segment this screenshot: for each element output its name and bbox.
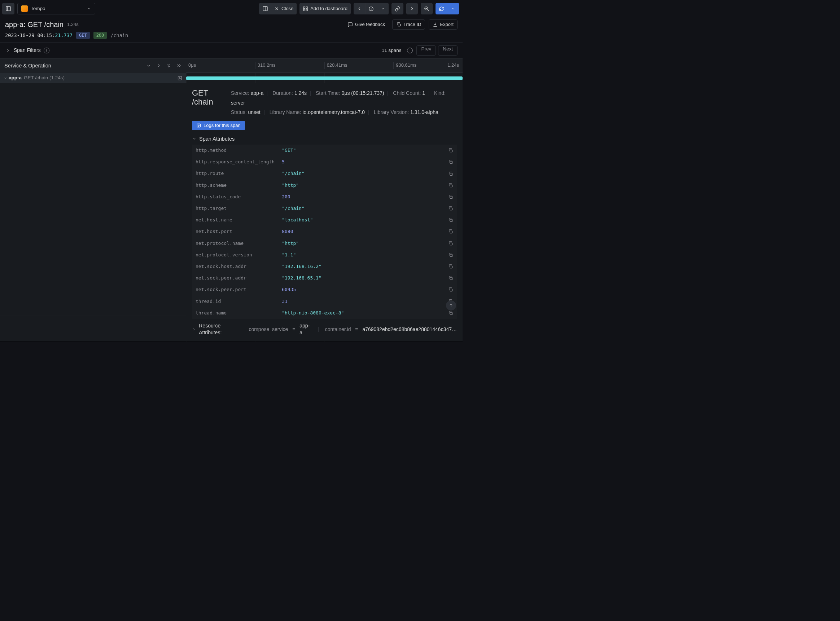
chevron-down-icon xyxy=(87,6,91,11)
logs-icon[interactable] xyxy=(177,76,183,81)
export-button[interactable]: Export xyxy=(429,20,458,30)
svg-rect-21 xyxy=(450,266,452,268)
copy-attribute-button[interactable] xyxy=(444,191,457,203)
collapse-all-button[interactable] xyxy=(165,62,173,70)
next-span-button[interactable]: Next xyxy=(438,45,458,56)
copy-attribute-button[interactable] xyxy=(444,261,457,272)
attribute-row: http.scheme "http" xyxy=(192,180,457,191)
trace-duration: 1.24s xyxy=(67,21,79,28)
attribute-key: thread.name xyxy=(192,307,278,319)
collapse-menu-button[interactable] xyxy=(145,62,153,70)
time-forward-button[interactable] xyxy=(406,3,418,14)
refresh-button[interactable] xyxy=(435,3,447,14)
svg-rect-23 xyxy=(450,289,452,291)
svg-rect-17 xyxy=(450,220,452,222)
attribute-row: net.sock.host.addr "192.168.16.2" xyxy=(192,261,457,272)
zoom-out-button[interactable] xyxy=(421,3,433,14)
attribute-row: net.host.port 8080 xyxy=(192,226,457,237)
link-icon xyxy=(395,6,400,12)
service-operation-header: Service & Operation xyxy=(5,62,51,69)
attribute-row: thread.name "http-nio-8080-exec-8" xyxy=(192,307,457,319)
panel-toggle-button[interactable] xyxy=(2,3,14,14)
copy-attribute-button[interactable] xyxy=(444,168,457,179)
span-meta: Service: app-a Duration: 1.24s Start Tim… xyxy=(231,88,457,117)
close-button[interactable]: Close xyxy=(271,3,297,14)
copy-attribute-button[interactable] xyxy=(444,214,457,226)
copy-link-button[interactable] xyxy=(391,3,403,14)
attribute-key: net.sock.peer.port xyxy=(192,284,278,295)
attribute-value: "/chain" xyxy=(278,203,444,214)
time-picker-button[interactable] xyxy=(365,3,377,14)
time-back-button[interactable] xyxy=(353,3,365,14)
svg-rect-2 xyxy=(303,6,305,8)
resource-attributes-toggle[interactable]: Resource Attributes: compose_service = a… xyxy=(192,323,457,336)
span-filters-label: Span Filters xyxy=(14,47,41,54)
attribute-key: net.sock.peer.addr xyxy=(192,272,278,284)
copy-attribute-button[interactable] xyxy=(444,226,457,237)
attribute-value: "localhost" xyxy=(278,214,444,226)
copy-attribute-button[interactable] xyxy=(444,156,457,168)
trace-path: /chain xyxy=(111,32,128,39)
prev-span-button[interactable]: Prev xyxy=(416,45,436,56)
attribute-value: "192.168.65.1" xyxy=(278,272,444,284)
attribute-value: "http-nio-8080-exec-8" xyxy=(278,307,444,319)
svg-rect-16 xyxy=(450,208,452,210)
span-operation: GET /chain xyxy=(24,75,48,82)
time-menu-button[interactable] xyxy=(377,3,389,14)
chevron-down-icon xyxy=(146,63,151,68)
span-filters-toggle[interactable] xyxy=(5,48,11,53)
double-chevron-down-icon xyxy=(166,63,171,68)
attribute-key: net.protocol.version xyxy=(192,249,278,261)
copy-attribute-button[interactable] xyxy=(444,238,457,249)
chevron-right-icon xyxy=(409,6,415,11)
svg-rect-11 xyxy=(450,150,452,152)
attribute-value: "http" xyxy=(278,238,444,249)
trace-title: app-a: GET /chain xyxy=(5,20,64,30)
give-feedback-button[interactable]: Give feedback xyxy=(344,20,389,30)
status-badge: 200 xyxy=(94,32,107,39)
datasource-select[interactable]: Tempo xyxy=(17,3,95,14)
copy-attribute-button[interactable] xyxy=(444,180,457,191)
attribute-row: net.protocol.name "http" xyxy=(192,238,457,249)
svg-rect-8 xyxy=(398,24,400,26)
refresh-menu-button[interactable] xyxy=(447,3,459,14)
download-icon xyxy=(433,22,438,27)
copy-attribute-button[interactable] xyxy=(444,203,457,214)
method-badge: GET xyxy=(76,32,90,39)
span-bar-row[interactable] xyxy=(186,73,462,83)
svg-rect-19 xyxy=(450,243,452,245)
attribute-key: http.response_content_length xyxy=(192,156,278,168)
svg-rect-0 xyxy=(6,6,11,11)
attribute-key: net.host.name xyxy=(192,214,278,226)
copy-attribute-button[interactable] xyxy=(444,249,457,261)
close-label: Close xyxy=(282,5,293,12)
svg-rect-18 xyxy=(450,231,452,233)
chevron-down-icon[interactable] xyxy=(2,76,9,80)
span-attributes-toggle[interactable]: Span Attributes xyxy=(192,135,457,142)
close-icon xyxy=(274,6,279,11)
copy-attribute-button[interactable] xyxy=(444,272,457,284)
add-to-dashboard-button[interactable]: Add to dashboard xyxy=(299,3,351,14)
refresh-icon xyxy=(439,6,444,12)
attribute-value: 5 xyxy=(278,156,444,168)
expand-one-button[interactable] xyxy=(155,62,163,70)
svg-rect-5 xyxy=(306,9,308,11)
copy-attribute-button[interactable] xyxy=(444,145,457,156)
arrow-up-icon xyxy=(449,303,453,308)
svg-rect-4 xyxy=(303,9,305,11)
chevron-down-icon xyxy=(192,137,196,141)
timeline-tick: 620.41ms xyxy=(324,62,394,68)
span-row[interactable]: app-a GET /chain (1.24s) xyxy=(0,73,186,83)
trace-id-button[interactable]: Trace ID xyxy=(392,20,425,30)
info-icon[interactable]: i xyxy=(407,48,413,53)
svg-rect-12 xyxy=(450,162,452,164)
info-icon[interactable]: i xyxy=(44,48,49,53)
copy-attribute-button[interactable] xyxy=(444,284,457,295)
attribute-row: http.method "GET" xyxy=(192,145,457,156)
logs-for-span-button[interactable]: Logs for this span xyxy=(192,121,245,130)
attribute-key: http.route xyxy=(192,168,278,179)
split-pane-button[interactable] xyxy=(259,3,271,14)
expand-all-button[interactable] xyxy=(175,62,183,70)
attribute-key: http.method xyxy=(192,145,278,156)
spans-count: 11 spans xyxy=(382,47,402,54)
